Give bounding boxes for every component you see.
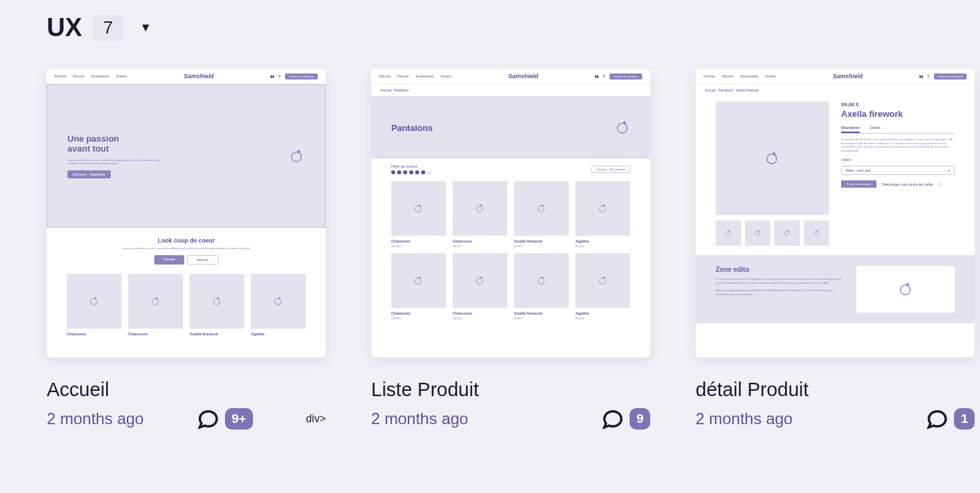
section-header: UX 7 ▼ bbox=[47, 13, 933, 42]
edito-p2: Après de longue années de recherche et d… bbox=[716, 289, 843, 296]
nav-link: Homme bbox=[722, 74, 734, 78]
comment-count: 1 bbox=[954, 408, 975, 430]
product-price: 139,00 € bbox=[453, 317, 507, 320]
svg-point-13 bbox=[599, 278, 605, 284]
svg-point-12 bbox=[538, 278, 544, 284]
product-name: Axella firework bbox=[514, 239, 569, 243]
svg-point-5 bbox=[618, 124, 628, 134]
section-subtitle: Look coup de coeur bbox=[47, 237, 326, 244]
card-title: détail Produit bbox=[696, 379, 975, 401]
product-price: 89,00 € bbox=[575, 317, 630, 320]
product-title: Axella firework bbox=[841, 109, 955, 119]
nav-link: Accessoires bbox=[91, 74, 109, 78]
wireframe-thumb[interactable]: Femme Homme Accessoires Univers Samshiel… bbox=[696, 69, 975, 357]
svg-point-10 bbox=[415, 278, 421, 284]
svg-point-19 bbox=[900, 285, 910, 295]
comment-group[interactable]: 9 bbox=[601, 407, 650, 430]
product-card: Chamonix 139,00 € bbox=[453, 181, 507, 248]
product-main-image bbox=[716, 102, 829, 215]
wireframe-card-detail: Femme Homme Accessoires Univers Samshiel… bbox=[696, 69, 975, 430]
product-price: 99,00 € bbox=[514, 317, 569, 320]
image-placeholder-icon bbox=[289, 148, 305, 164]
card-title: Liste Produit bbox=[371, 379, 650, 401]
toggle-femme: Femme bbox=[154, 255, 184, 265]
filter-label: Filtrer par couleur bbox=[391, 164, 431, 168]
nav-link: Femme bbox=[704, 74, 715, 78]
product-price: 139,00 € bbox=[391, 244, 446, 248]
sort-select: Trier par │ Prix croissant bbox=[591, 166, 630, 173]
svg-point-15 bbox=[726, 231, 730, 236]
section-count-badge: 7 bbox=[93, 15, 124, 41]
card-timestamp: 2 months ago bbox=[47, 409, 144, 428]
breadcrumb: Accueil · Pantalons bbox=[371, 84, 650, 96]
wireframe-thumb[interactable]: Femme Homme Accessoires Univers Samshiel… bbox=[371, 69, 650, 357]
comment-icon bbox=[601, 407, 624, 430]
category-title: Pantalons bbox=[391, 123, 433, 133]
hero-title-l1: Une passion bbox=[67, 134, 119, 144]
svg-point-1 bbox=[91, 299, 97, 305]
nav-link: Femme bbox=[55, 74, 66, 78]
product-card: Chamonix bbox=[67, 274, 121, 336]
product-card: Axella firework bbox=[190, 274, 244, 336]
section-title: UX bbox=[47, 13, 82, 42]
card-timestamp: 2 months ago bbox=[696, 409, 792, 428]
product-name: Chamonix bbox=[453, 311, 507, 315]
lang-flag: ▮▮ bbox=[270, 74, 274, 78]
comment-group[interactable]: 1 bbox=[926, 407, 975, 430]
nav-link: Univers bbox=[764, 74, 776, 78]
lang-flag: ▮▮ bbox=[595, 74, 599, 78]
color-filter-dots bbox=[391, 170, 431, 174]
option-label: Option bbox=[841, 158, 955, 162]
user-icon: ⚲ bbox=[278, 74, 281, 78]
chevron-down-icon[interactable]: ▼ bbox=[140, 21, 152, 35]
comment-icon bbox=[926, 407, 949, 430]
wireframe-card-liste: Femme Homme Accessoires Univers Samshiel… bbox=[371, 69, 650, 430]
product-name: Chamonix bbox=[391, 239, 446, 243]
header-button: Trouver ma boutique bbox=[609, 73, 642, 79]
header-button: Trouver ma boutique bbox=[285, 73, 318, 79]
nav-link: Accessoires bbox=[415, 74, 433, 78]
svg-point-9 bbox=[599, 206, 605, 212]
product-card: Axella firework 99,00 € bbox=[514, 253, 569, 320]
section-desc: Lorem ipsum dolor sit amet, consectetur … bbox=[47, 246, 326, 250]
svg-point-16 bbox=[755, 231, 760, 236]
tab-description: Description bbox=[841, 126, 860, 133]
nav-link: Univers bbox=[440, 74, 451, 78]
product-name: Axella firework bbox=[514, 311, 569, 315]
edito-image-placeholder bbox=[856, 266, 955, 313]
comment-count: 9 bbox=[630, 408, 650, 430]
breadcrumb: Accueil · Pantalons · Axella Firework bbox=[696, 84, 975, 96]
product-price: 139,00 € bbox=[453, 244, 507, 248]
hero-cta: Découvrir · Apprendre bbox=[67, 170, 111, 178]
product-name: Axella firework bbox=[190, 332, 244, 336]
toggle-homme: Homme bbox=[187, 255, 219, 265]
product-price: 99,00 € bbox=[841, 102, 955, 108]
svg-point-18 bbox=[814, 231, 818, 236]
wireframe-thumb[interactable]: Femme Homme Accessoires Univers Samshiel… bbox=[47, 69, 326, 357]
product-card: Chamonix 139,00 € bbox=[453, 253, 507, 320]
logo: Samshield bbox=[184, 73, 214, 79]
nav-link: Homme bbox=[397, 74, 409, 78]
size-guide-link: Téléchargez votre guide des tailles bbox=[882, 182, 933, 186]
product-card: Chamonix bbox=[128, 274, 183, 336]
comment-group[interactable]: 9+ bbox=[197, 407, 253, 430]
wireframes-grid: Femme Homme Accessoires Univers Samshiel… bbox=[47, 69, 933, 430]
svg-point-17 bbox=[784, 231, 789, 236]
product-card: Chamonix 139,00 € bbox=[391, 253, 446, 320]
product-card: Agathe 89,00 € bbox=[575, 181, 630, 248]
help-icon: ⓘ bbox=[939, 182, 942, 186]
product-price: 99,00 € bbox=[514, 244, 569, 248]
product-thumb bbox=[804, 220, 829, 246]
hero-desc: Lorem ipsum dolor sit amet, consectetur … bbox=[67, 158, 168, 165]
nav-link: Univers bbox=[115, 74, 127, 78]
image-placeholder-icon bbox=[616, 120, 630, 135]
hero-title-l2: avant tout bbox=[67, 144, 109, 154]
product-name: Chamonix bbox=[453, 239, 507, 243]
edito-title: Zone edito bbox=[716, 266, 843, 273]
product-description: La pantalon Axella Winter est un pantalo… bbox=[841, 138, 955, 152]
product-name: Chamonix bbox=[67, 332, 121, 336]
product-name: Chamonix bbox=[391, 311, 446, 315]
product-card: Chamonix 139,00 € bbox=[391, 181, 446, 248]
wireframe-card-accueil: Femme Homme Accessoires Univers Samshiel… bbox=[47, 69, 326, 430]
product-name: Agathe bbox=[251, 332, 306, 336]
